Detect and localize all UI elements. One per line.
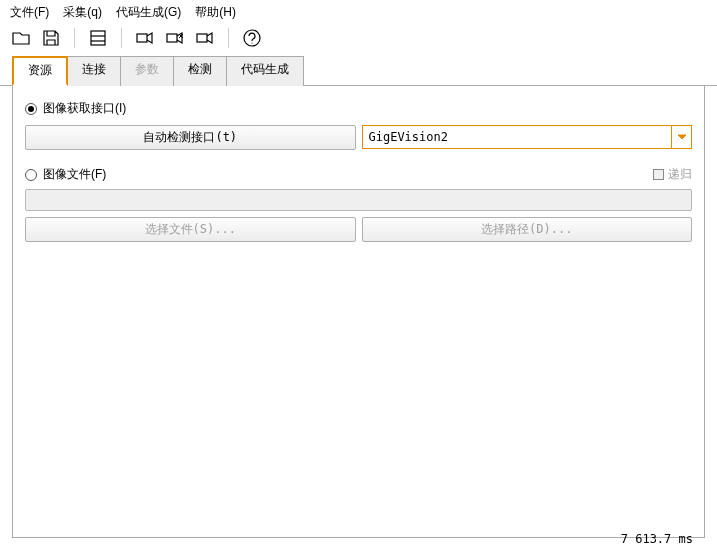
radio-image-interface-label: 图像获取接口(I) — [43, 100, 126, 117]
status-bar: 7 613.7 ms — [621, 532, 693, 546]
help-icon[interactable] — [241, 27, 263, 49]
connect-icon[interactable] — [134, 27, 156, 49]
menu-help[interactable]: 帮助(H) — [195, 4, 236, 21]
recursive-checkbox — [653, 169, 664, 180]
live-icon[interactable] — [194, 27, 216, 49]
menu-acquire[interactable]: 采集(q) — [63, 4, 102, 21]
menu-file[interactable]: 文件(F) — [10, 4, 49, 21]
tab-params: 参数 — [121, 56, 174, 86]
svg-rect-5 — [197, 34, 207, 42]
toolbar-divider-3 — [228, 28, 229, 48]
toolbar-divider-2 — [121, 28, 122, 48]
radio-image-file-label: 图像文件(F) — [43, 166, 106, 183]
radio-image-interface[interactable] — [25, 103, 37, 115]
open-icon[interactable] — [10, 27, 32, 49]
tab-codegen[interactable]: 代码生成 — [227, 56, 304, 86]
radio-image-file[interactable] — [25, 169, 37, 181]
file-path-field — [25, 189, 692, 211]
save-icon[interactable] — [40, 27, 62, 49]
tab-inspect[interactable]: 检测 — [174, 56, 227, 86]
dropdown-arrow-icon — [671, 126, 691, 148]
select-file-button: 选择文件(S)... — [25, 217, 356, 242]
driver-select-value: GigEVision2 — [363, 130, 672, 144]
tab-connection[interactable]: 连接 — [68, 56, 121, 86]
menu-codegen[interactable]: 代码生成(G) — [116, 4, 181, 21]
driver-select[interactable]: GigEVision2 — [362, 125, 693, 149]
tab-resource[interactable]: 资源 — [12, 56, 68, 86]
svg-rect-4 — [167, 34, 177, 42]
recursive-label: 递归 — [668, 166, 692, 183]
svg-rect-0 — [91, 31, 105, 45]
properties-icon[interactable] — [87, 27, 109, 49]
toolbar-divider — [74, 28, 75, 48]
svg-rect-3 — [137, 34, 147, 42]
tab-pane-resource: 图像获取接口(I) 自动检测接口(t) GigEVision2 图像文件(F) … — [12, 86, 705, 538]
auto-detect-button[interactable]: 自动检测接口(t) — [25, 125, 356, 150]
select-dir-button: 选择路径(D)... — [362, 217, 693, 242]
svg-point-7 — [251, 42, 252, 43]
snap-icon[interactable] — [164, 27, 186, 49]
